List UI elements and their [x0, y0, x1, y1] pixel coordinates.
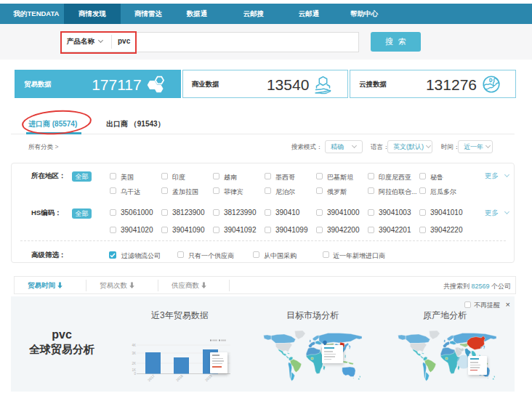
svg-text:4K: 4K	[132, 344, 136, 347]
svg-text:0: 0	[134, 372, 136, 376]
svg-text:3K: 3K	[132, 352, 136, 355]
svg-text:2019: 2019	[204, 373, 213, 382]
svg-text:2018: 2018	[175, 373, 184, 382]
svg-text:2017: 2017	[147, 373, 156, 382]
svg-text:2K: 2K	[132, 362, 136, 365]
